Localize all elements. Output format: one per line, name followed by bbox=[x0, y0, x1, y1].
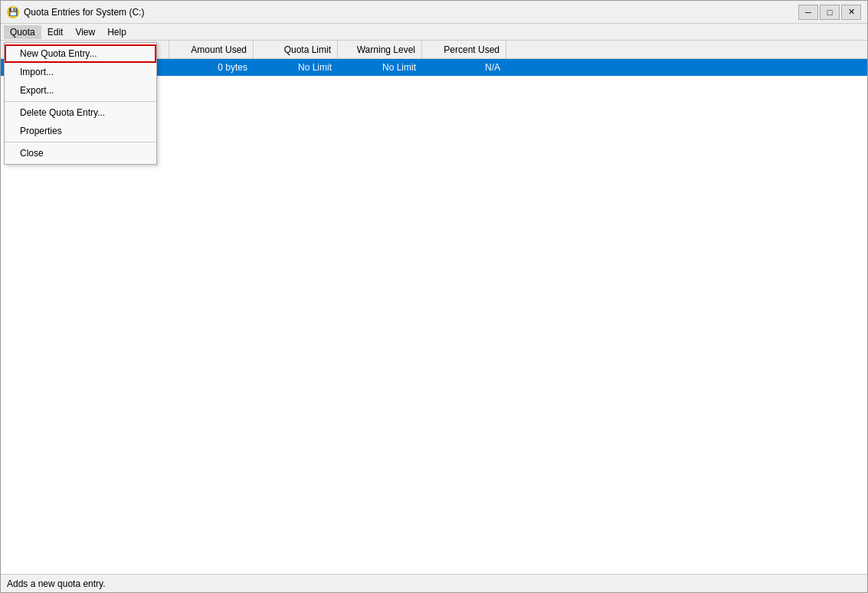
status-bar: Adds a new quota entry. bbox=[1, 574, 867, 592]
menu-divider-2 bbox=[5, 142, 156, 143]
menu-item-edit[interactable]: Edit bbox=[41, 25, 70, 39]
menu-item-view[interactable]: View bbox=[69, 25, 101, 39]
window-icon: 💾 bbox=[7, 6, 19, 18]
cell-percent-used: N/A bbox=[422, 61, 506, 74]
menu-export[interactable]: Export... bbox=[5, 81, 156, 100]
menu-new-quota-entry[interactable]: New Quota Entry... bbox=[5, 44, 156, 63]
main-window: 💾 Quota Entries for System (C:) ─ □ ✕ Qu… bbox=[0, 0, 868, 593]
title-bar: 💾 Quota Entries for System (C:) ─ □ ✕ bbox=[1, 1, 867, 24]
column-header-amount-used[interactable]: Amount Used bbox=[169, 41, 254, 58]
column-header-warning-level[interactable]: Warning Level bbox=[338, 41, 422, 58]
menu-bar: Quota New Quota Entry... Import... Expor… bbox=[1, 24, 867, 41]
minimize-button[interactable]: ─ bbox=[798, 5, 818, 20]
window-title: Quota Entries for System (C:) bbox=[24, 7, 798, 18]
cell-warning-level: No Limit bbox=[338, 61, 422, 74]
maximize-button[interactable]: □ bbox=[820, 5, 840, 20]
quota-dropdown-menu: New Quota Entry... Import... Export... D… bbox=[4, 42, 157, 165]
close-button[interactable]: ✕ bbox=[841, 5, 861, 20]
menu-delete-quota-entry[interactable]: Delete Quota Entry... bbox=[5, 103, 156, 122]
title-bar-controls: ─ □ ✕ bbox=[798, 5, 861, 20]
menu-divider-1 bbox=[5, 101, 156, 102]
menu-import[interactable]: Import... bbox=[5, 63, 156, 81]
cell-quota-limit: No Limit bbox=[254, 61, 338, 74]
column-header-percent-used[interactable]: Percent Used bbox=[422, 41, 506, 58]
menu-item-quota[interactable]: Quota bbox=[4, 25, 41, 39]
quota-menu-wrapper: Quota New Quota Entry... Import... Expor… bbox=[4, 25, 41, 39]
menu-item-help[interactable]: Help bbox=[101, 25, 133, 39]
menu-properties[interactable]: Properties bbox=[5, 122, 156, 140]
status-text: Adds a new quota entry. bbox=[7, 578, 106, 589]
menu-close[interactable]: Close bbox=[5, 144, 156, 162]
cell-amount-used: 0 bytes bbox=[169, 61, 254, 74]
column-header-quota-limit[interactable]: Quota Limit bbox=[254, 41, 338, 58]
